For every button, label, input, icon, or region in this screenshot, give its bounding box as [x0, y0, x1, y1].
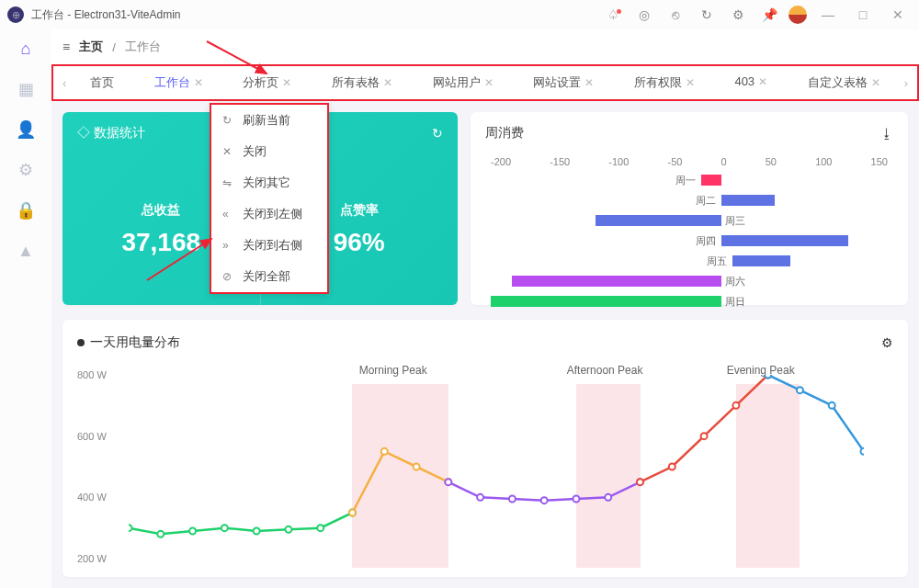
- breadcrumb-current: 工作台: [125, 39, 161, 55]
- ctx-关闭[interactable]: ✕关闭: [211, 136, 327, 167]
- tab-close-icon[interactable]: ✕: [383, 76, 392, 89]
- maximize-button[interactable]: □: [849, 7, 877, 22]
- svg-point-14: [509, 496, 516, 503]
- shirt-icon[interactable]: ⎋: [664, 7, 687, 22]
- refresh-icon[interactable]: ↻: [695, 7, 719, 22]
- stat-label-1: 总收益: [142, 202, 180, 219]
- tab-网站设置[interactable]: 网站设置✕: [522, 74, 605, 91]
- svg-point-24: [765, 375, 771, 379]
- stat-label-2: 点赞率: [340, 202, 379, 219]
- sidebar: ⌂ ▦ 👤 ⚙ 🔒 ▲: [0, 29, 51, 588]
- app-logo: ⊕: [7, 6, 24, 23]
- week-title: 周消费: [485, 125, 524, 141]
- stat-value-1: 37,168: [121, 228, 200, 257]
- tab-close-icon[interactable]: ✕: [484, 76, 494, 89]
- tab-分析页[interactable]: 分析页✕: [232, 74, 302, 91]
- bar-row: 周六: [491, 274, 888, 288]
- svg-point-4: [254, 528, 260, 535]
- tab-close-icon[interactable]: ✕: [194, 76, 203, 89]
- breadcrumb-root[interactable]: 主页: [79, 39, 103, 55]
- tab-所有表格[interactable]: 所有表格✕: [321, 74, 403, 91]
- bar-row: 周二: [491, 193, 888, 208]
- tab-close-icon[interactable]: ✕: [758, 75, 767, 88]
- svg-point-5: [285, 526, 291, 533]
- alert-icon[interactable]: ▲: [16, 241, 36, 261]
- tab-403[interactable]: 403✕: [723, 74, 778, 88]
- ctx-关闭全部[interactable]: ⊘关闭全部: [211, 261, 327, 292]
- tabs-scroll-right[interactable]: ›: [901, 76, 912, 90]
- ctx-关闭到左侧[interactable]: «关闭到左侧: [211, 198, 327, 230]
- tabs-bar: ‹ 首页工作台✕分析页✕所有表格✕网站用户✕网站设置✕所有权限✕403✕自定义表…: [51, 64, 919, 101]
- svg-point-8: [349, 510, 356, 516]
- titlebar: ⊕ 工作台 - Electron31-ViteAdmin ♤ ◎ ⎋ ↻ ⚙ 📌…: [0, 0, 919, 29]
- svg-point-21: [701, 433, 708, 439]
- tab-首页[interactable]: 首页: [79, 74, 125, 91]
- tab-close-icon[interactable]: ✕: [584, 76, 594, 89]
- svg-point-9: [381, 448, 388, 455]
- ctx-关闭其它[interactable]: ⇋关闭其它: [211, 167, 327, 198]
- svg-point-15: [541, 497, 548, 503]
- ctx-关闭到右侧[interactable]: »关闭到右侧: [211, 230, 327, 261]
- chart-settings-icon[interactable]: ⚙: [881, 335, 893, 350]
- svg-point-12: [445, 479, 451, 485]
- tab-close-icon[interactable]: ✕: [282, 76, 291, 89]
- svg-point-1: [157, 531, 164, 537]
- bell-icon[interactable]: ♤: [601, 7, 625, 22]
- bar-row: 周三: [491, 213, 888, 228]
- breadcrumb: ≡ 主页 / 工作台: [51, 29, 919, 64]
- svg-point-27: [861, 448, 865, 455]
- chart-title: 一天用电量分布: [77, 334, 180, 351]
- line-chart: 200 W400 W600 W800 WMorning PeakAfternoo…: [77, 358, 893, 562]
- gear-icon[interactable]: ⚙: [726, 7, 750, 22]
- stats-title: ◇ 数据统计: [77, 125, 145, 141]
- svg-point-26: [829, 402, 835, 409]
- svg-point-17: [605, 494, 611, 501]
- bar-row: 周日: [491, 294, 888, 309]
- bar-row: 周五: [491, 254, 888, 268]
- tab-close-icon[interactable]: ✕: [686, 76, 695, 89]
- svg-point-6: [317, 525, 323, 531]
- svg-point-0: [129, 525, 132, 531]
- svg-point-25: [797, 387, 803, 393]
- tab-context-menu: ↻刷新当前✕关闭⇋关闭其它«关闭到左侧»关闭到右侧⊘关闭全部: [210, 103, 329, 294]
- stat-value-2: 96%: [334, 228, 385, 257]
- tab-所有权限[interactable]: 所有权限✕: [623, 74, 706, 91]
- svg-point-16: [573, 496, 579, 503]
- download-icon[interactable]: ⭳: [880, 126, 893, 141]
- avatar[interactable]: [789, 6, 807, 24]
- lock-icon[interactable]: 🔒: [16, 200, 36, 220]
- menu-toggle-icon[interactable]: ≡: [62, 40, 70, 54]
- tab-自定义表格[interactable]: 自定义表格✕: [797, 74, 891, 91]
- home-icon[interactable]: ⌂: [16, 39, 36, 59]
- main-content: ≡ 主页 / 工作台 ‹ 首页工作台✕分析页✕所有表格✕网站用户✕网站设置✕所有…: [51, 29, 919, 588]
- svg-point-20: [669, 464, 675, 470]
- pin-icon[interactable]: 📌: [757, 7, 781, 22]
- bar-row: 周四: [491, 233, 888, 248]
- settings-icon[interactable]: ⚙: [16, 160, 36, 180]
- minimize-button[interactable]: —: [814, 7, 842, 22]
- tab-网站用户[interactable]: 网站用户✕: [422, 74, 505, 91]
- window-title: 工作台 - Electron31-ViteAdmin: [31, 7, 181, 23]
- tabs-scroll-left[interactable]: ‹: [59, 76, 70, 90]
- svg-point-2: [189, 528, 196, 535]
- power-chart-card: 一天用电量分布 ⚙ 200 W400 W600 W800 WMorning Pe…: [62, 320, 908, 577]
- svg-point-3: [221, 525, 228, 531]
- grid-icon[interactable]: ▦: [16, 79, 36, 99]
- tab-close-icon[interactable]: ✕: [871, 76, 880, 89]
- svg-point-13: [477, 494, 483, 501]
- bar-row: 周一: [491, 173, 888, 187]
- svg-point-19: [637, 479, 643, 485]
- compass-icon[interactable]: ◎: [632, 7, 656, 22]
- close-button[interactable]: ✕: [884, 7, 912, 22]
- svg-point-22: [732, 402, 739, 409]
- tab-工作台[interactable]: 工作台✕: [143, 74, 214, 91]
- ctx-刷新当前[interactable]: ↻刷新当前: [211, 105, 327, 136]
- user-icon[interactable]: 👤: [16, 119, 36, 140]
- svg-point-10: [414, 464, 420, 470]
- week-card: 周消费 ⭳ -200-150-100-50050100150 周一周二周三周四周…: [471, 112, 908, 305]
- stats-refresh-icon[interactable]: ↻: [432, 126, 443, 141]
